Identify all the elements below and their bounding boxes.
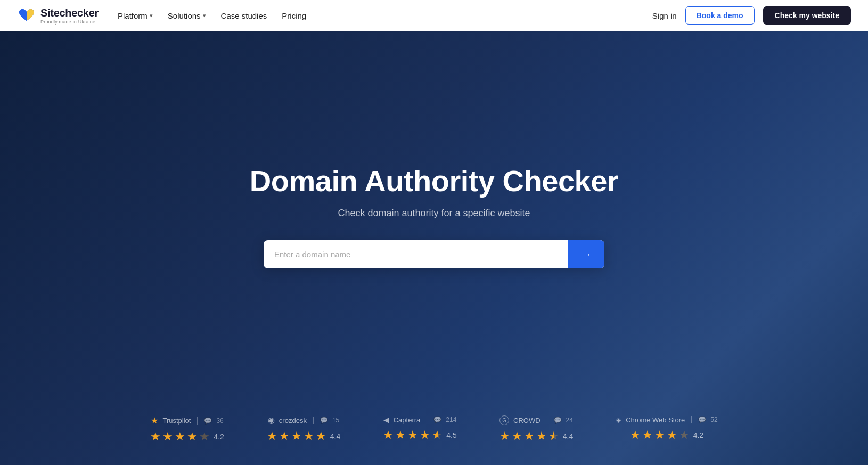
rating-header-capterra: ◀ Capterra 💬 214 — [383, 415, 457, 424]
trustpilot-count: 36 — [216, 417, 223, 425]
rating-crowd: G CROWD 💬 24 ★ ★ ★ ★ ★★ 4.4 — [499, 415, 573, 443]
star-4: ★ — [187, 430, 198, 444]
arrow-right-icon: → — [581, 248, 592, 260]
domain-search-input[interactable] — [264, 240, 568, 268]
chat-icon: 💬 — [554, 417, 562, 424]
star-3: ★ — [407, 428, 418, 442]
star-1: ★ — [267, 429, 277, 443]
star-2: ★ — [512, 429, 522, 443]
star-4: ★ — [536, 429, 547, 443]
navbar: Sitechecker Proudly made in Ukraine Plat… — [0, 0, 868, 31]
check-website-button[interactable]: Check my website — [763, 6, 851, 25]
star-4: ★ — [420, 428, 430, 442]
signin-link[interactable]: Sign in — [652, 11, 677, 20]
star-5: ★★ — [316, 429, 326, 443]
chat-icon: 💬 — [320, 417, 328, 424]
divider — [691, 416, 692, 423]
logo[interactable]: Sitechecker Proudly made in Ukraine — [17, 7, 99, 25]
navbar-left: Sitechecker Proudly made in Ukraine Plat… — [17, 7, 306, 25]
star-1: ★ — [630, 428, 641, 442]
crowd-stars: ★ ★ ★ ★ ★★ 4.4 — [499, 429, 573, 443]
logo-icon — [17, 8, 36, 23]
capterra-count: 214 — [446, 416, 456, 423]
rating-trustpilot: ★ Trustpilot 💬 36 ★ ★ ★ ★ ★ 4.2 — [150, 415, 224, 444]
chrome-score: 4.2 — [693, 431, 703, 439]
chrome-count: 52 — [710, 416, 717, 423]
chrome-label: Chrome Web Store — [626, 416, 685, 424]
capterra-stars: ★ ★ ★ ★ ★★ 4.5 — [383, 428, 456, 442]
hero-section: Domain Authority Checker Check domain au… — [0, 31, 868, 465]
trustpilot-stars: ★ ★ ★ ★ ★ 4.2 — [150, 430, 224, 444]
star-5: ★ — [199, 430, 210, 444]
crowd-score: 4.4 — [563, 432, 573, 440]
divider — [547, 417, 547, 424]
chrome-icon: ◈ — [616, 415, 621, 424]
nav-links: Platform ▾ Solutions ▾ Case studies Pric… — [118, 11, 306, 20]
star-2: ★ — [395, 428, 406, 442]
nav-link-solutions[interactable]: Solutions ▾ — [168, 11, 206, 20]
star-4: ★ — [304, 429, 314, 443]
star-1: ★ — [499, 429, 510, 443]
rating-crozdesk: ◉ crozdesk 💬 15 ★ ★ ★ ★ ★★ 4.4 — [267, 415, 340, 443]
trustpilot-icon: ★ — [151, 415, 158, 426]
rating-header-crozdesk: ◉ crozdesk 💬 15 — [268, 415, 339, 425]
nav-link-case-studies[interactable]: Case studies — [221, 11, 267, 20]
trustpilot-label: Trustpilot — [162, 417, 191, 425]
star-5: ★ — [679, 428, 690, 442]
star-1: ★ — [150, 430, 161, 444]
crozdesk-score: 4.4 — [330, 432, 340, 440]
trustpilot-score: 4.2 — [214, 433, 224, 441]
capterra-label: Capterra — [394, 416, 421, 424]
logo-tagline: Proudly made in Ukraine — [40, 19, 99, 25]
star-2: ★ — [642, 428, 653, 442]
chat-icon: 💬 — [204, 417, 212, 425]
capterra-score: 4.5 — [446, 431, 456, 439]
chat-icon: 💬 — [433, 416, 441, 423]
ratings-section: ★ Trustpilot 💬 36 ★ ★ ★ ★ ★ 4.2 ◉ crozde… — [0, 415, 868, 444]
search-submit-button[interactable]: → — [568, 240, 604, 268]
nav-link-platform[interactable]: Platform ▾ — [118, 11, 153, 20]
star-3: ★ — [654, 428, 665, 442]
crozdesk-icon: ◉ — [268, 415, 275, 425]
star-3: ★ — [291, 429, 302, 443]
divider — [197, 417, 198, 425]
rating-header-crowd: G CROWD 💬 24 — [499, 415, 573, 425]
rating-header-trustpilot: ★ Trustpilot 💬 36 — [151, 415, 223, 426]
crowd-count: 24 — [566, 417, 573, 424]
star-2: ★ — [279, 429, 290, 443]
rating-capterra: ◀ Capterra 💬 214 ★ ★ ★ ★ ★★ 4.5 — [383, 415, 456, 442]
star-5: ★★ — [548, 429, 559, 443]
star-1: ★ — [383, 428, 394, 442]
rating-chrome-web-store: ◈ Chrome Web Store 💬 52 ★ ★ ★ ★ ★ 4.2 — [616, 415, 717, 442]
star-3: ★ — [524, 429, 535, 443]
star-2: ★ — [162, 430, 173, 444]
rating-header-chrome: ◈ Chrome Web Store 💬 52 — [616, 415, 717, 424]
divider — [313, 417, 314, 424]
hero-subtitle: Check domain authority for a specific we… — [338, 208, 530, 219]
crowd-label: CROWD — [513, 417, 541, 425]
book-demo-button[interactable]: Book a demo — [685, 6, 755, 25]
star-3: ★ — [175, 430, 185, 444]
capterra-icon: ◀ — [383, 415, 389, 424]
chat-icon: 💬 — [698, 416, 706, 423]
search-bar: → — [264, 240, 604, 268]
chrome-stars: ★ ★ ★ ★ ★ 4.2 — [630, 428, 703, 442]
crowd-icon: G — [499, 415, 509, 425]
crozdesk-stars: ★ ★ ★ ★ ★★ 4.4 — [267, 429, 340, 443]
logo-name: Sitechecker — [40, 7, 99, 19]
hero-title: Domain Authority Checker — [250, 164, 618, 198]
crozdesk-count: 15 — [332, 417, 339, 424]
divider — [427, 416, 427, 423]
chevron-down-icon: ▾ — [150, 12, 153, 19]
nav-link-pricing[interactable]: Pricing — [282, 11, 306, 20]
logo-text-group: Sitechecker Proudly made in Ukraine — [40, 7, 99, 25]
navbar-right: Sign in Book a demo Check my website — [652, 6, 851, 25]
star-4: ★ — [667, 428, 677, 442]
crozdesk-label: crozdesk — [279, 417, 307, 425]
chevron-down-icon: ▾ — [203, 12, 206, 19]
star-5: ★★ — [432, 428, 443, 442]
